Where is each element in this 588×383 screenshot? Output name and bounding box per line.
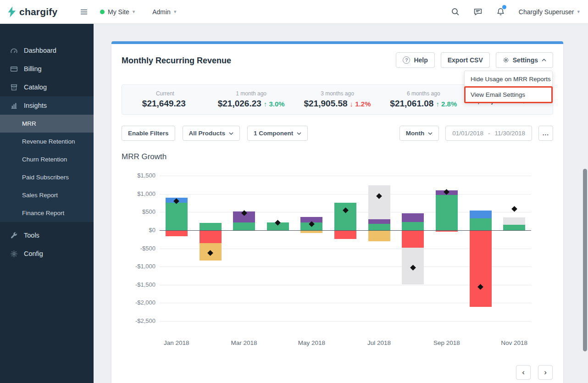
bar-segment-gray[interactable] [503, 217, 525, 225]
bar-segment-green[interactable] [200, 223, 222, 230]
bar-segment-green[interactable] [166, 203, 188, 230]
export-csv-label: Export CSV [448, 56, 483, 64]
stat-delta: ↑ 3.0% [264, 100, 285, 108]
sidebar-item-label: Tools [24, 232, 39, 239]
menu-item-view-email-settings[interactable]: View Email Settings [465, 87, 552, 102]
y-tick-label: $500 [120, 208, 155, 215]
bar-segment-green[interactable] [334, 203, 356, 230]
chevron-down-icon [229, 132, 233, 135]
bar-segment-green[interactable] [436, 195, 458, 230]
sidebar-subitem-churn-retention[interactable]: Churn Retention [0, 150, 94, 168]
settings-gear-icon [503, 57, 509, 63]
topbar-right: Chargify Superuser ▾ [451, 7, 588, 16]
bar-segment-red[interactable] [166, 230, 188, 236]
bar-segment-purple[interactable] [402, 213, 424, 222]
bar-segment-green[interactable] [368, 224, 390, 230]
settings-button[interactable]: Settings [496, 52, 553, 68]
sidebar-subitem-paid-subscribers[interactable]: Paid Subscribers [0, 168, 94, 186]
bar-segment-red[interactable] [200, 230, 222, 243]
y-tick-label: -$2,000 [120, 299, 155, 306]
sidebar-item-tools[interactable]: Tools [0, 226, 94, 244]
bar-segment-blue[interactable] [470, 211, 492, 218]
date-range-picker[interactable]: 01/01/2018 - 11/30/2018 [445, 126, 532, 141]
hamburger-menu-icon[interactable] [80, 8, 88, 16]
insights-icon [10, 102, 18, 110]
topbar: chargify My Site ▾ Admin ▾ Chargify Supe… [0, 0, 588, 24]
net-marker[interactable] [511, 206, 517, 212]
x-tick-label: Sep 2018 [426, 339, 467, 346]
sidebar-subitem-finance-report[interactable]: Finance Report [0, 204, 94, 222]
x-tick-label: May 2018 [291, 339, 332, 346]
settings-label: Settings [513, 56, 538, 64]
sidebar-subitem-sales-report[interactable]: Sales Report [0, 186, 94, 204]
help-button[interactable]: ? Help [396, 52, 434, 68]
scrollbar-thumb[interactable] [583, 169, 587, 351]
stat-value: $21,905.58 [304, 99, 348, 108]
stat-delta: ↓ 1.2% [350, 100, 371, 108]
y-tick-label: $0 [120, 227, 155, 233]
bar-segment-yellow[interactable] [368, 230, 390, 241]
dashboard-icon [10, 47, 18, 55]
next-page-button[interactable]: › [538, 365, 553, 380]
x-tick-label: Jul 2018 [359, 339, 400, 346]
card-actions: ? Help Export CSV Settings [396, 52, 553, 68]
insights-section: Insights MRR Revenue Retention Churn Ret… [0, 96, 94, 222]
admin-menu[interactable]: Admin ▾ [152, 8, 176, 16]
interval-label: Month [406, 130, 424, 137]
prev-page-button[interactable]: ‹ [516, 365, 531, 380]
stat-value: $21,026.23 [218, 99, 261, 108]
bar-segment-red[interactable] [470, 230, 492, 307]
more-options-button[interactable]: ... [538, 126, 553, 141]
notification-dot [502, 5, 506, 9]
stat-label: Current [122, 90, 208, 97]
page-title: Monthly Recurring Revenue [122, 56, 231, 66]
my-site-menu[interactable]: My Site ▾ [100, 8, 135, 16]
gridline [160, 321, 531, 322]
chart-title: MRR Growth [122, 152, 166, 161]
chart-y-axis: $1,500$1,000$500$0-$500-$1,000-$1,500-$2… [120, 176, 155, 321]
user-menu[interactable]: Chargify Superuser ▾ [519, 8, 580, 16]
bar-segment-red[interactable] [334, 230, 356, 239]
bar-segment-purple[interactable] [368, 219, 390, 224]
bar-segment-green[interactable] [503, 225, 525, 230]
sidebar-item-dashboard[interactable]: Dashboard [0, 41, 94, 60]
chargify-logo[interactable]: chargify [0, 6, 73, 18]
enable-filters-button[interactable]: Enable Filters [122, 126, 175, 141]
products-dropdown[interactable]: All Products [183, 126, 240, 141]
y-tick-label: -$500 [120, 245, 155, 252]
help-icon: ? [403, 56, 410, 64]
date-separator: - [488, 130, 490, 137]
date-end: 11/30/2018 [494, 130, 525, 137]
menu-item-label: View Email Settings [471, 91, 525, 98]
sidebar-subitem-revenue-retention[interactable]: Revenue Retention [0, 133, 94, 150]
mrr-report-card: Monthly Recurring Revenue ? Help Export … [111, 41, 563, 383]
export-csv-button[interactable]: Export CSV [441, 52, 490, 68]
bar-segment-green[interactable] [470, 218, 492, 230]
sidebar-item-config[interactable]: Config [0, 244, 94, 263]
sidebar-item-catalog[interactable]: Catalog [0, 78, 94, 96]
notifications-bell-icon[interactable] [496, 7, 505, 16]
component-dropdown[interactable]: 1 Component [247, 126, 308, 141]
menu-item-hide-usage[interactable]: Hide Usage on MRR Reports [465, 71, 552, 87]
search-icon[interactable] [451, 7, 460, 16]
chevron-down-icon: ▾ [577, 9, 580, 15]
catalog-icon [10, 83, 18, 91]
bar-segment-green[interactable] [233, 222, 255, 230]
config-gear-icon [10, 250, 18, 258]
bar-segment-green[interactable] [402, 222, 424, 230]
sidebar-subitem-mrr[interactable]: MRR [0, 115, 94, 133]
bar-segment-red[interactable] [402, 230, 424, 248]
chart-pagination: ‹ › [516, 365, 553, 380]
chart-x-axis: Jan 2018Mar 2018May 2018Jul 2018Sep 2018… [160, 339, 531, 348]
stat-value: $21,649.23 [142, 99, 186, 108]
y-tick-label: -$2,500 [120, 317, 155, 324]
sidebar-item-insights[interactable]: Insights [0, 96, 94, 115]
bar-segment-gray[interactable] [368, 185, 390, 220]
sidebar-item-label: Dashboard [24, 47, 56, 54]
sidebar-item-billing[interactable]: Billing [0, 60, 94, 78]
stat-1-month-ago: 1 month ago $21,026.23↑ 3.0% [208, 90, 294, 109]
main-content: Monthly Recurring Revenue ? Help Export … [94, 24, 588, 383]
chat-icon[interactable] [473, 7, 483, 16]
interval-dropdown[interactable]: Month [399, 126, 439, 141]
chevron-down-icon: ▾ [133, 9, 135, 15]
